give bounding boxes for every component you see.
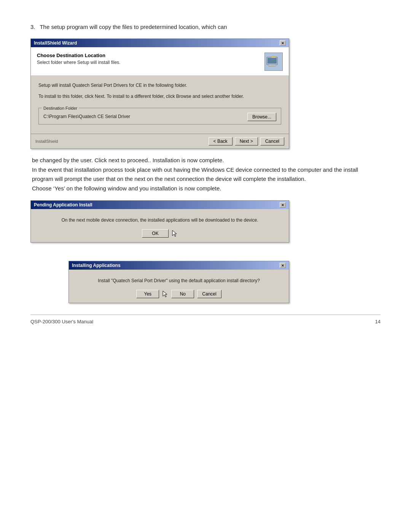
footer-row: QSP-200/300 User's Manual 14 bbox=[30, 319, 381, 324]
installing-body-text: Install "Quatech Serial Port Driver" usi… bbox=[76, 277, 281, 284]
cursor-icon bbox=[172, 230, 178, 237]
step-intro-text: The setup program will copy the files to… bbox=[40, 24, 227, 30]
cursor-icon-2 bbox=[162, 290, 168, 298]
browse-button[interactable]: Browse... bbox=[247, 113, 276, 121]
computer-folder-icon bbox=[265, 53, 282, 70]
installshield-title: InstallShield Wizard bbox=[34, 40, 77, 46]
svg-rect-1 bbox=[268, 58, 277, 64]
back-button[interactable]: < Back bbox=[209, 137, 233, 145]
installshield-body-line1: Setup will install Quatech Serial Port D… bbox=[38, 82, 281, 89]
destination-folder-group: Destination Folder C:\Program Files\Quat… bbox=[38, 108, 281, 125]
pending-body-text: On the next mobile device connection, th… bbox=[38, 217, 281, 224]
installshield-footer: InstallShield < Back Next > Cancel bbox=[31, 134, 289, 149]
install-cancel-button[interactable]: Cancel bbox=[197, 290, 221, 298]
svg-marker-5 bbox=[172, 230, 177, 236]
svg-rect-3 bbox=[268, 66, 276, 67]
step-number: 3. bbox=[30, 24, 35, 30]
installing-close-btn[interactable]: × bbox=[280, 263, 286, 268]
installshield-body: Setup will install Quatech Serial Port D… bbox=[31, 76, 289, 134]
page-content: 3. The setup program will copy the files… bbox=[30, 23, 381, 324]
destination-legend: Destination Folder bbox=[42, 105, 79, 112]
ok-button[interactable]: OK bbox=[142, 229, 169, 238]
footer-right: 14 bbox=[375, 319, 381, 324]
installshield-header-icon bbox=[264, 53, 283, 71]
installshield-footer-buttons: < Back Next > Cancel bbox=[209, 137, 284, 145]
installshield-header-text: Choose Destination Location Select folde… bbox=[37, 53, 120, 65]
pending-title: Pending Application Install bbox=[34, 202, 92, 208]
installshield-header-title: Choose Destination Location bbox=[37, 53, 120, 58]
body-line2: In the event that installation process t… bbox=[32, 166, 358, 182]
installing-dialog: Installing Applications × Install "Quate… bbox=[68, 261, 289, 303]
svg-rect-4 bbox=[271, 56, 276, 58]
installing-titlebar: Installing Applications × bbox=[69, 261, 289, 270]
destination-folder-row: C:\Program Files\Quatech CE Serial Drive… bbox=[43, 113, 276, 121]
installing-title: Installing Applications bbox=[72, 263, 121, 268]
footer-left: QSP-200/300 User's Manual bbox=[30, 319, 93, 324]
installshield-label: InstallShield bbox=[35, 139, 58, 144]
cancel-button[interactable]: Cancel bbox=[260, 137, 284, 145]
body-line1: be changed by the user. Click next to pr… bbox=[32, 157, 224, 163]
body-paragraph: be changed by the user. Click next to pr… bbox=[30, 156, 381, 193]
no-button[interactable]: No bbox=[171, 290, 194, 298]
pending-close-btn[interactable]: × bbox=[280, 202, 286, 208]
installshield-dialog: InstallShield Wizard × Choose Destinatio… bbox=[30, 38, 289, 149]
pending-body: On the next mobile device connection, th… bbox=[31, 209, 289, 242]
next-button[interactable]: Next > bbox=[235, 137, 258, 145]
svg-marker-6 bbox=[163, 291, 167, 297]
installshield-header: Choose Destination Location Select folde… bbox=[31, 47, 289, 76]
installshield-titlebar: InstallShield Wizard × bbox=[31, 39, 289, 47]
installing-body: Install "Quatech Serial Port Driver" usi… bbox=[69, 270, 289, 303]
step-3-intro: 3. The setup program will copy the files… bbox=[30, 23, 381, 32]
destination-path: C:\Program Files\Quatech CE Serial Drive… bbox=[43, 113, 247, 120]
yes-button[interactable]: Yes bbox=[136, 290, 159, 298]
pending-dialog: Pending Application Install × On the nex… bbox=[30, 200, 289, 243]
installshield-body-line2: To install to this folder, click Next. T… bbox=[38, 93, 281, 100]
footer-separator bbox=[30, 315, 381, 315]
installshield-header-subtitle: Select folder where Setup will install f… bbox=[37, 60, 120, 65]
svg-rect-2 bbox=[269, 65, 275, 66]
body-line3: Choose ‘Yes’ on the following window and… bbox=[32, 185, 221, 192]
pending-titlebar: Pending Application Install × bbox=[31, 201, 289, 209]
installshield-close-btn[interactable]: × bbox=[280, 40, 286, 46]
